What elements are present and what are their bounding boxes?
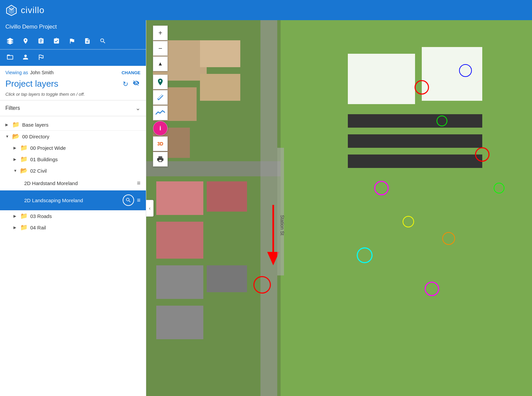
filters-chevron-icon: ⌄ — [135, 104, 140, 112]
label-00-directory: 00 Directory — [22, 134, 140, 139]
check-clipboard-icon-btn[interactable] — [50, 35, 63, 47]
toolbar-row-1 — [0, 33, 146, 50]
north-button[interactable]: ▲ — [153, 56, 168, 71]
layers-actions: ↻ — [123, 80, 140, 88]
arrow-02-civil: ▼ — [13, 169, 17, 173]
person-folder-icon-btn[interactable] — [19, 51, 32, 63]
folder-open-icon-btn[interactable] — [4, 51, 16, 63]
label-02-civil: 02 Civil — [30, 168, 140, 174]
project-title: Civillo Demo Project — [0, 20, 146, 33]
sidebar: Civillo Demo Project — [0, 20, 146, 396]
svg-rect-14 — [207, 181, 247, 212]
hide-layers-icon[interactable] — [132, 80, 140, 88]
svg-rect-20 — [422, 47, 482, 101]
map-background: Station St — [146, 20, 532, 396]
folder-icon-03-roads: 📁 — [20, 212, 28, 220]
flag-icon-btn[interactable] — [66, 35, 78, 47]
main-layout: Civillo Demo Project — [0, 20, 532, 396]
viewing-as-label: Viewing as — [5, 70, 28, 75]
svg-text:Station St: Station St — [280, 215, 285, 235]
layers-header: Project layers ↻ — [0, 77, 146, 90]
tree-item-01-buildings[interactable]: ▶ 📁 01 Buildings — [0, 153, 146, 165]
change-user-button[interactable]: CHANGE — [122, 70, 140, 75]
search-icon-btn[interactable] — [97, 35, 109, 47]
svg-rect-16 — [156, 306, 203, 339]
3d-button[interactable]: 3D — [153, 136, 168, 151]
civillo-logo-icon — [5, 4, 17, 16]
svg-rect-17 — [207, 265, 247, 292]
menu-2d-hardstand[interactable]: ≡ — [137, 180, 140, 187]
arrow-base-layers: ▶ — [5, 123, 9, 127]
svg-rect-23 — [348, 155, 482, 168]
folder-icon-01-buildings: 📁 — [20, 156, 28, 163]
print-button[interactable] — [153, 152, 168, 167]
tree-item-02-civil[interactable]: ▼ 📂 02 Civil — [0, 165, 146, 176]
gps-button[interactable] — [153, 75, 168, 89]
svg-rect-36 — [277, 148, 284, 275]
svg-rect-12 — [156, 181, 203, 215]
tree-item-00-directory[interactable]: ▼ 📂 00 Directory — [0, 131, 146, 142]
viewing-as-row: Viewing as John Smith CHANGE — [0, 66, 146, 77]
menu-2d-landscaping[interactable]: ≡ — [137, 197, 140, 204]
measure-button[interactable] — [153, 90, 168, 105]
svg-rect-22 — [348, 134, 482, 148]
folder-icon-00-project-wide: 📁 — [20, 144, 28, 151]
folder-icon-00-directory: 📂 — [12, 133, 19, 140]
filters-row[interactable]: Filters ⌄ — [0, 100, 146, 116]
document-icon-btn[interactable] — [81, 35, 93, 47]
arrow-04-rail: ▶ — [13, 225, 17, 230]
label-00-project-wide: 00 Project Wide — [30, 145, 140, 151]
svg-rect-15 — [156, 265, 203, 299]
location-icon-btn[interactable] — [19, 35, 32, 47]
search-circle-icon[interactable] — [123, 194, 134, 206]
logo: civillo — [5, 4, 45, 16]
svg-rect-21 — [348, 114, 482, 128]
svg-rect-11 — [200, 74, 240, 101]
arrow-00-project-wide: ▶ — [13, 146, 17, 150]
svg-rect-6 — [260, 20, 277, 396]
info-button[interactable]: i — [153, 121, 168, 136]
tree-item-04-rail[interactable]: ▶ 📁 04 Rail — [0, 222, 146, 233]
zoom-out-button[interactable]: − — [153, 41, 168, 56]
tree-item-00-project-wide[interactable]: ▶ 📁 00 Project Wide — [0, 142, 146, 153]
app-header: civillo — [0, 0, 532, 20]
label-2d-landscaping: 2D Landscaping Moreland — [24, 197, 120, 203]
label-2d-hardstand: 2D Hardstand Moreland — [24, 180, 134, 186]
map-area[interactable]: Station St + − ▲ i 3D ‹ — [146, 20, 532, 396]
arrow-00-directory: ▼ — [5, 134, 9, 138]
arrow-01-buildings: ▶ — [13, 157, 17, 162]
app-name: civillo — [21, 5, 45, 15]
layers-title: Project layers — [5, 79, 123, 89]
clipboard-icon-btn[interactable] — [35, 35, 47, 47]
layer-row-2d-landscaping[interactable]: 2D Landscaping Moreland ≡ — [0, 190, 146, 210]
layers-hint: Click or tap layers to toggle them on / … — [0, 90, 146, 100]
svg-rect-10 — [200, 40, 240, 67]
label-base-layers: Base layers — [22, 122, 140, 128]
layer-tree: ▶ 📁 Base layers ▼ 📂 00 Directory ▶ 📁 00 … — [0, 116, 146, 396]
folder-icon-base-layers: 📁 — [12, 121, 19, 128]
toolbar-row-2 — [0, 50, 146, 66]
label-01-buildings: 01 Buildings — [30, 157, 140, 162]
arrow-03-roads: ▶ — [13, 214, 17, 218]
folder-icon-04-rail: 📁 — [20, 224, 28, 231]
map-controls: + − ▲ i 3D — [153, 26, 168, 167]
mountain-icon-btn[interactable] — [35, 51, 47, 63]
filters-label: Filters — [5, 105, 135, 111]
folder-icon-02-civil: 📂 — [20, 167, 28, 174]
tree-item-03-roads[interactable]: ▶ 📁 03 Roads — [0, 210, 146, 222]
profile-button[interactable] — [153, 105, 168, 120]
viewing-as-user: John Smith — [30, 70, 53, 75]
refresh-icon[interactable]: ↻ — [123, 80, 128, 88]
label-03-roads: 03 Roads — [30, 213, 140, 219]
collapse-sidebar-button[interactable]: ‹ — [146, 200, 154, 217]
layer-row-2d-hardstand[interactable]: 2D Hardstand Moreland ≡ — [0, 176, 146, 190]
tree-item-base-layers[interactable]: ▶ 📁 Base layers — [0, 119, 146, 130]
svg-rect-19 — [348, 54, 415, 104]
zoom-in-button[interactable]: + — [153, 26, 168, 40]
layers-icon-btn[interactable] — [4, 35, 16, 47]
svg-rect-13 — [156, 222, 203, 259]
label-04-rail: 04 Rail — [30, 225, 140, 230]
